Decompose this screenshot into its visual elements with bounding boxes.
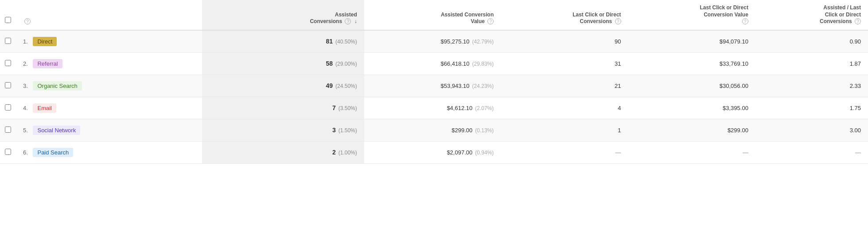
row-last-click-conversions: 1 [501,119,628,141]
row-assisted-value: $53,943.10(24.23%) [364,75,501,97]
row-checkbox-cell [0,97,16,119]
last-click-dollar: $30,056.00 [720,83,748,89]
table-row: 4. Email 7(3.50%)$4,612.10(2.07%)4$3,395… [0,97,868,119]
row-checkbox[interactable] [5,38,11,44]
row-checkbox[interactable] [5,82,11,88]
value-pct: (0.13%) [475,127,494,134]
row-checkbox-cell [0,119,16,141]
row-checkbox[interactable] [5,126,11,133]
row-assisted-conversions: 2(1.00%) [202,141,364,163]
table-row: 3. Organic Search 49(24.50%)$53,943.10(2… [0,75,868,97]
assisted-value: 49 [326,82,333,89]
last-click-dollar: $94,079.10 [720,38,748,45]
table-row: 1. Direct 81(40.50%)$95,275.10(42.79%)90… [0,30,868,53]
last-click-dollar: $299.00 [728,127,748,134]
mcf-channel-table: ? AssistedConversions ? ↓ Assisted Conve… [0,0,868,164]
row-channel-cell: 6. Paid Search [16,141,202,163]
col-header-assisted-value: Assisted ConversionValue ? [364,0,501,30]
table-row: 6. Paid Search 2(1.00%)$2,097.00(0.94%)—… [0,141,868,163]
assisted-value: 2 [332,149,336,156]
assisted-pct: (24.50%) [335,83,357,89]
channel-tag[interactable]: Direct [33,37,57,46]
row-num: 6. [23,149,28,156]
row-last-click-value: $3,395.00 [628,97,755,119]
ratio-dash: — [855,149,861,156]
assisted-value: 3 [332,126,336,134]
row-checkbox-cell [0,30,16,53]
row-channel-cell: 4. Email [16,97,202,119]
row-ratio: 3.00 [755,119,868,141]
row-assisted-conversions: 81(40.50%) [202,30,364,53]
last-click-value-dash: — [743,149,748,156]
value-pct: (24.23%) [472,83,494,89]
row-ratio: 2.33 [755,75,868,97]
row-last-click-value: — [628,141,755,163]
assisted-pct: (40.50%) [335,39,357,45]
last-click-dash: — [615,149,621,156]
row-assisted-conversions: 49(24.50%) [202,75,364,97]
last-click-dollar: $33,769.10 [720,60,748,67]
last-click-value: 31 [615,60,621,67]
row-channel-cell: 3. Organic Search [16,75,202,97]
last-click-value: 21 [615,83,621,89]
value-amount: $95,275.10 [440,38,469,45]
select-all-header [0,0,16,30]
row-checkbox-cell [0,75,16,97]
row-assisted-value: $66,418.10(29.83%) [364,52,501,75]
assisted-value: 7 [332,104,336,111]
row-assisted-value: $4,612.10(2.07%) [364,97,501,119]
help-icon-last-click-value[interactable]: ? [742,18,748,24]
row-checkbox[interactable] [5,60,11,66]
help-icon-last-click[interactable]: ? [615,18,621,24]
row-ratio: 0.90 [755,30,868,53]
row-last-click-conversions: 31 [501,52,628,75]
row-assisted-conversions: 7(3.50%) [202,97,364,119]
row-assisted-value: $95,275.10(42.79%) [364,30,501,53]
row-last-click-conversions: 21 [501,75,628,97]
row-last-click-value: $94,079.10 [628,30,755,53]
row-num: 5. [23,127,28,134]
ratio-value: 0.90 [850,38,861,45]
row-ratio: 1.87 [755,52,868,75]
assisted-pct: (1.00%) [339,150,357,156]
row-last-click-value: $33,769.10 [628,52,755,75]
last-click-value: 4 [618,105,621,111]
select-all-checkbox[interactable] [5,17,11,23]
help-icon-assisted[interactable]: ? [345,18,351,24]
help-icon-assisted-value[interactable]: ? [487,18,494,24]
channel-tag[interactable]: Email [33,103,56,113]
col-header-channel: ? [16,0,202,30]
row-num: 4. [23,105,28,111]
col-header-assisted-conversions: AssistedConversions ? ↓ [202,0,364,30]
value-pct: (29.83%) [472,61,494,67]
assisted-pct: (1.50%) [339,127,357,134]
value-pct: (2.07%) [475,105,494,111]
assisted-pct: (3.50%) [339,105,357,111]
row-last-click-conversions: 90 [501,30,628,53]
row-num: 3. [23,83,28,89]
col-header-last-click: Last Click or DirectConversions ? [501,0,628,30]
value-amount: $299.00 [452,127,472,134]
help-icon-ratio[interactable]: ? [855,18,861,24]
assisted-value: 58 [326,60,333,67]
channel-tag[interactable]: Organic Search [33,81,82,91]
last-click-value: 1 [618,127,621,134]
assisted-value: 81 [326,38,333,45]
value-amount: $4,612.10 [447,105,472,111]
ratio-value: 3.00 [850,127,861,134]
channel-tag[interactable]: Social Network [33,126,80,135]
row-checkbox[interactable] [5,149,11,155]
channel-tag[interactable]: Paid Search [33,148,73,157]
help-icon-channel[interactable]: ? [24,18,31,24]
row-ratio: 1.75 [755,97,868,119]
row-assisted-value: $299.00(0.13%) [364,119,501,141]
row-num: 1. [23,38,28,45]
row-assisted-conversions: 3(1.50%) [202,119,364,141]
ratio-value: 2.33 [850,83,861,89]
row-last-click-value: $299.00 [628,119,755,141]
row-channel-cell: 5. Social Network [16,119,202,141]
row-num: 2. [23,60,28,67]
channel-tag[interactable]: Referral [33,59,62,68]
sort-desc-icon[interactable]: ↓ [354,18,357,25]
row-checkbox[interactable] [5,104,11,111]
